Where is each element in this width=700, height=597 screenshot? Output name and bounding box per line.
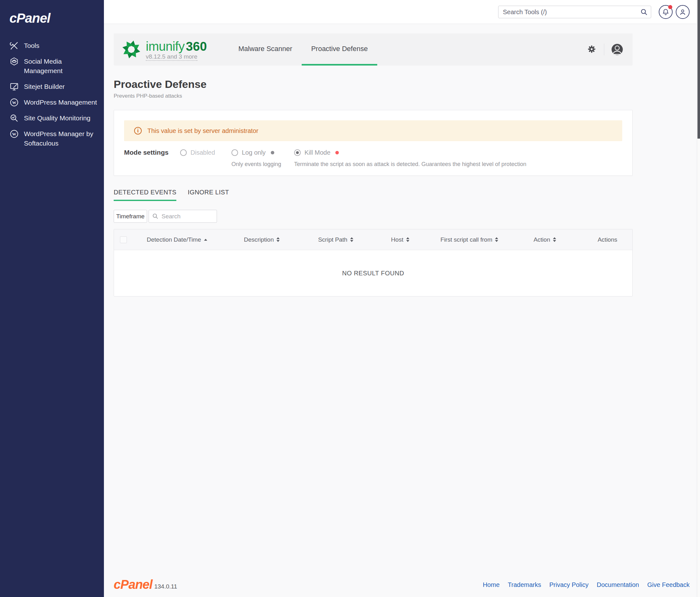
sitejet-icon bbox=[9, 82, 19, 91]
sidebar-item-tools[interactable]: Tools bbox=[9, 41, 104, 50]
imunify-logo-text: imunify bbox=[146, 39, 184, 53]
notice-text: This value is set by server administrato… bbox=[147, 127, 258, 135]
tab-ignore-list[interactable]: IGNORE LIST bbox=[188, 189, 229, 201]
radio-log-only[interactable] bbox=[231, 149, 238, 156]
column-host[interactable]: Host bbox=[369, 236, 432, 243]
sidebar-item-label: WordPress Manager by Softaculous bbox=[24, 129, 101, 148]
bell-icon bbox=[661, 8, 670, 16]
settings-gear-button[interactable] bbox=[586, 44, 597, 55]
sort-icon bbox=[406, 237, 409, 242]
radio-kill-mode[interactable] bbox=[294, 149, 301, 156]
mode-option-disabled: Disabled bbox=[180, 149, 231, 156]
sidebar-item-label: Sitejet Builder bbox=[24, 82, 65, 91]
mode-option-kill-mode: Kill Mode Terminate the script as soon a… bbox=[294, 149, 526, 168]
footer-link-home[interactable]: Home bbox=[483, 581, 499, 589]
search-icon bbox=[152, 213, 159, 220]
footer-link-documentation[interactable]: Documentation bbox=[597, 581, 639, 589]
vertical-scrollbar[interactable] bbox=[697, 0, 700, 597]
column-actions: Actions bbox=[582, 236, 632, 243]
imunify360-logo: imunify360 v8.12.5 and 3 more bbox=[114, 33, 207, 66]
site-quality-icon bbox=[9, 113, 19, 123]
account-button[interactable] bbox=[676, 5, 690, 19]
table-body: NO RESULT FOUND bbox=[114, 250, 632, 296]
events-search-wrap bbox=[149, 210, 217, 223]
main-area: imunify360 v8.12.5 and 3 more Malware Sc… bbox=[104, 0, 700, 597]
sidebar-item-label: Social Media Management bbox=[24, 57, 101, 76]
tab-proactive-defense[interactable]: Proactive Defense bbox=[302, 33, 377, 66]
sidebar-item-wordpress-management[interactable]: W WordPress Management bbox=[9, 98, 104, 107]
timeframe-button[interactable]: Timeframe bbox=[114, 210, 147, 223]
cpanel-footer-logo: cPanel bbox=[114, 578, 152, 590]
sidebar-item-wp-manager-softaculous[interactable]: W WordPress Manager by Softaculous bbox=[9, 129, 104, 148]
divider bbox=[604, 44, 604, 55]
footer-links: Home Trademarks Privacy Policy Documenta… bbox=[483, 581, 690, 590]
sort-asc-icon bbox=[204, 239, 207, 241]
svg-text:W: W bbox=[12, 100, 16, 105]
page-subtitle: Prevents PHP-based attacks bbox=[114, 93, 633, 99]
tab-detected-events[interactable]: DETECTED EVENTS bbox=[114, 189, 176, 201]
footer-link-give-feedback[interactable]: Give Feedback bbox=[647, 581, 690, 589]
search-tools-wrap bbox=[498, 6, 651, 18]
tab-malware-scanner[interactable]: Malware Scanner bbox=[229, 33, 302, 66]
column-description[interactable]: Description bbox=[221, 236, 303, 243]
empty-state-text: NO RESULT FOUND bbox=[342, 270, 404, 277]
footer: cPanel 134.0.11 Home Trademarks Privacy … bbox=[114, 578, 690, 590]
plugin-account-button[interactable] bbox=[611, 44, 623, 55]
footer-link-privacy-policy[interactable]: Privacy Policy bbox=[549, 581, 588, 589]
sidebar-nav: Tools Social Media Management bbox=[0, 41, 104, 148]
column-action[interactable]: Action bbox=[507, 236, 582, 243]
log-only-hint: Only events logging bbox=[231, 161, 294, 168]
admin-notice-banner: i This value is set by server administra… bbox=[124, 120, 622, 141]
tools-icon bbox=[9, 41, 19, 50]
wordpress-icon: W bbox=[9, 98, 19, 107]
events-search-input[interactable] bbox=[149, 210, 217, 223]
sidebar-item-label: Tools bbox=[24, 41, 40, 50]
imunify360-header: imunify360 v8.12.5 and 3 more Malware Sc… bbox=[114, 33, 633, 66]
kill-mode-status-dot bbox=[335, 151, 339, 154]
sort-icon bbox=[276, 237, 280, 242]
wordpress-icon: W bbox=[9, 129, 19, 139]
social-media-icon bbox=[9, 57, 19, 66]
search-icon[interactable] bbox=[640, 8, 648, 16]
cpanel-logo: cPanel bbox=[0, 0, 104, 26]
search-tools-input[interactable] bbox=[498, 6, 651, 18]
gear-icon bbox=[586, 44, 597, 54]
sidebar-item-site-quality[interactable]: Site Quality Monitoring bbox=[9, 113, 104, 123]
select-all-checkbox[interactable] bbox=[120, 236, 127, 243]
column-detection-date[interactable]: Detection Date/Time bbox=[133, 236, 221, 243]
notification-badge bbox=[668, 5, 672, 9]
log-only-status-dot bbox=[271, 151, 274, 154]
footer-link-trademarks[interactable]: Trademarks bbox=[508, 581, 541, 589]
radio-kill-mode-label[interactable]: Kill Mode bbox=[304, 149, 330, 156]
sidebar-item-label: WordPress Management bbox=[24, 98, 97, 107]
events-tabs: DETECTED EVENTS IGNORE LIST bbox=[114, 189, 633, 201]
sidebar-item-social-media[interactable]: Social Media Management bbox=[9, 57, 104, 76]
mode-settings-card: i This value is set by server administra… bbox=[114, 110, 633, 176]
sort-icon bbox=[350, 237, 353, 242]
sort-icon bbox=[553, 237, 556, 242]
radio-disabled[interactable] bbox=[180, 149, 187, 156]
sidebar-item-label: Site Quality Monitoring bbox=[24, 113, 91, 123]
scrollbar-thumb[interactable] bbox=[698, 0, 700, 139]
svg-text:W: W bbox=[12, 132, 16, 137]
radio-disabled-label[interactable]: Disabled bbox=[191, 149, 215, 156]
imunify-pinwheel-icon bbox=[121, 39, 142, 59]
radio-log-only-label[interactable]: Log only bbox=[242, 149, 266, 156]
topbar bbox=[104, 0, 700, 24]
version-link[interactable]: v8.12.5 and 3 more bbox=[146, 53, 197, 61]
column-first-script-call[interactable]: First script call from bbox=[432, 236, 507, 243]
plugin-tabs: Malware Scanner Proactive Defense bbox=[229, 33, 377, 66]
table-header-row: Detection Date/Time Description Script P… bbox=[114, 229, 632, 250]
notifications-button[interactable] bbox=[659, 5, 673, 19]
imunify-logo-360: 360 bbox=[186, 39, 207, 53]
sort-icon bbox=[495, 237, 498, 242]
user-icon bbox=[679, 8, 687, 16]
mode-option-log-only: Log only Only events logging bbox=[231, 149, 294, 168]
events-toolbar: Timeframe bbox=[114, 210, 633, 223]
kill-mode-hint: Terminate the script as soon as attack i… bbox=[294, 161, 526, 168]
sidebar-item-sitejet[interactable]: Sitejet Builder bbox=[9, 82, 104, 91]
sidebar: cPanel Tools bbox=[0, 0, 104, 597]
column-script-path[interactable]: Script Path bbox=[303, 236, 369, 243]
mode-settings-label: Mode settings bbox=[124, 149, 180, 156]
avatar-icon bbox=[611, 44, 623, 55]
